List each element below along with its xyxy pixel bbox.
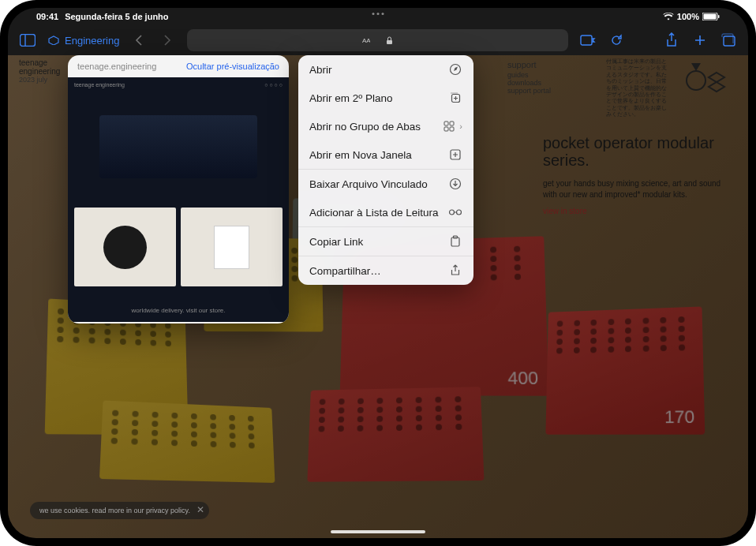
ctx-share[interactable]: Compartilhar… xyxy=(298,256,473,285)
preview-footer: worldwide delivery. visit our store. xyxy=(68,307,289,314)
screen: 09:41 Segunda-feira 5 de junho 100% Engi… xyxy=(8,8,748,538)
battery-icon xyxy=(702,13,720,21)
site-logo-line2: engineering xyxy=(19,67,60,76)
download-icon xyxy=(448,177,462,191)
stack-plus-icon xyxy=(448,91,462,105)
multitask-dots[interactable] xyxy=(372,13,384,15)
svg-point-19 xyxy=(457,210,462,215)
brand-shape-icon xyxy=(682,58,737,98)
new-tab-icon[interactable] xyxy=(691,32,709,49)
support-item[interactable]: downloads xyxy=(507,79,551,87)
url-bar[interactable]: AA xyxy=(187,29,568,51)
status-date: Segunda-feira 5 de junho xyxy=(65,12,168,21)
svg-rect-20 xyxy=(451,237,459,246)
safari-toolbar: Engineering AA xyxy=(8,25,748,55)
ctx-open[interactable]: Abrir xyxy=(298,55,473,84)
hero-title: pocket operator modular series. xyxy=(543,134,724,169)
link-preview-popover: teenage.engineering Ocultar pré-visualiz… xyxy=(68,55,289,323)
wifi-icon xyxy=(663,13,674,21)
battery-percent: 100% xyxy=(677,12,699,21)
cookie-close-icon[interactable]: ✕ xyxy=(196,504,204,515)
home-indicator[interactable] xyxy=(331,530,425,533)
svg-rect-15 xyxy=(450,127,454,131)
ctx-open-new-window[interactable]: Abrir em Nova Janela xyxy=(298,140,473,169)
window-plus-icon xyxy=(448,148,462,162)
svg-rect-7 xyxy=(581,36,592,45)
preview-thumbnail[interactable]: teenage engineering○ ○ ○ ○ worldwide del… xyxy=(68,77,289,322)
forward-icon[interactable] xyxy=(159,32,176,49)
status-time: 09:41 xyxy=(36,12,58,21)
module-number: 170 xyxy=(664,406,695,428)
glasses-icon xyxy=(448,205,462,219)
ctx-open-background[interactable]: Abrir em 2º Plano xyxy=(298,84,473,112)
svg-rect-13 xyxy=(450,122,454,125)
sidebar-icon[interactable] xyxy=(19,32,36,49)
compass-icon xyxy=(448,62,462,77)
svg-rect-2 xyxy=(718,15,720,18)
lock-icon xyxy=(386,36,393,45)
ipad-frame: 09:41 Segunda-feira 5 de junho 100% Engi… xyxy=(0,0,756,546)
japanese-text: 付属工事は米来の製品とコミュニケーションを支えるスタジオです。私たちのミッション… xyxy=(606,58,669,118)
svg-point-18 xyxy=(450,210,455,215)
ctx-copy-link[interactable]: Copiar Link xyxy=(298,227,473,256)
svg-rect-1 xyxy=(704,14,717,20)
svg-point-9 xyxy=(687,71,705,90)
link-context-menu: Abrir Abrir em 2º Plano Abrir no Grupo d… xyxy=(298,55,473,285)
svg-rect-6 xyxy=(387,40,392,44)
hide-preview-button[interactable]: Ocultar pré-visualização xyxy=(186,62,279,71)
svg-rect-12 xyxy=(444,122,448,125)
preview-site-name: teenage.engineering xyxy=(77,62,156,71)
tab-group-label[interactable]: Engineering xyxy=(47,35,119,47)
hero-body: get your hands busy mixing science, art … xyxy=(543,178,724,200)
reload-icon[interactable] xyxy=(608,32,625,49)
cookie-banner: we use cookies. read more in our privacy… xyxy=(30,502,209,519)
grid-icon xyxy=(442,119,456,133)
share-icon[interactable] xyxy=(663,32,680,49)
status-bar: 09:41 Segunda-feira 5 de junho 100% xyxy=(8,8,748,25)
ctx-reading-list[interactable]: Adicionar à Lista de Leitura xyxy=(298,198,473,226)
site-date: 2023 july xyxy=(19,76,60,84)
svg-text:AA: AA xyxy=(362,37,370,44)
share-icon xyxy=(448,264,462,278)
svg-rect-14 xyxy=(444,127,448,131)
hero-link[interactable]: view in store xyxy=(543,207,724,215)
reader-aa-icon: AA xyxy=(362,36,370,44)
ctx-download[interactable]: Baixar Arquivo Vinculado xyxy=(298,170,473,198)
chevron-right-icon: › xyxy=(459,122,462,131)
support-title: support xyxy=(507,60,551,69)
svg-rect-3 xyxy=(21,35,36,47)
site-logo-line1: teenage xyxy=(19,58,60,67)
module-number: 400 xyxy=(507,368,538,389)
ctx-open-tab-group[interactable]: Abrir no Grupo de Abas › xyxy=(298,112,473,140)
cookie-text: we use cookies. read more in our privacy… xyxy=(39,507,190,514)
extensions-icon[interactable] xyxy=(579,32,597,49)
tab-group-icon xyxy=(47,36,60,45)
support-item[interactable]: support portal xyxy=(507,87,551,95)
support-item[interactable]: guides xyxy=(507,71,551,79)
clipboard-icon xyxy=(448,234,462,249)
back-icon[interactable] xyxy=(130,32,148,49)
hero-block: pocket operator modular series. get your… xyxy=(543,134,724,215)
tabs-icon[interactable] xyxy=(720,32,737,49)
